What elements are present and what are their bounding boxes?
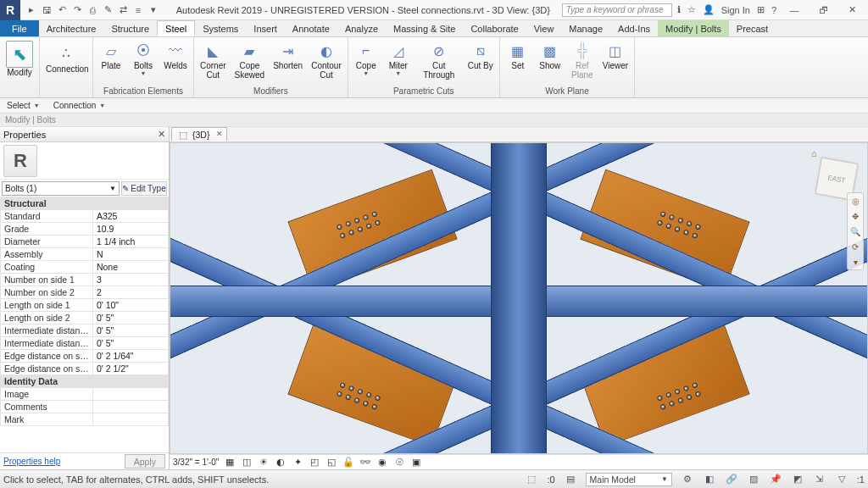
properties-grid[interactable]: Structural StandardA325Grade10.9Diameter… (0, 197, 169, 452)
modify-button[interactable]: ⬉ Modify (3, 39, 36, 79)
close-icon[interactable]: ✕ (158, 129, 165, 140)
property-value[interactable]: 0' 5" (92, 337, 168, 350)
properties-help-link[interactable]: Properties help (3, 457, 60, 466)
type-selector[interactable]: Bolts (1) ▼ (2, 181, 120, 196)
connection-dropdown[interactable]: Connection▼ (47, 101, 113, 110)
select-face-icon[interactable]: ◩ (791, 474, 804, 485)
property-row[interactable]: Number on side 13 (1, 274, 169, 286)
tab-view[interactable]: View (526, 20, 562, 36)
steering-wheel-icon[interactable]: ◎ (849, 195, 861, 207)
shadows-icon[interactable]: ◐ (275, 457, 287, 469)
tab-addins[interactable]: Add-Ins (610, 20, 658, 36)
select-underlay-icon[interactable]: ▨ (747, 474, 760, 485)
infocenter-icon[interactable]: ℹ (677, 4, 681, 15)
edit-type-button[interactable]: ✎ Edit Type (121, 181, 167, 196)
worksets-icon[interactable]: ▤ (564, 474, 577, 485)
restore-button[interactable]: 🗗 (812, 3, 834, 18)
shorten-button[interactable]: ⇥Shorten (270, 39, 305, 72)
cope-button[interactable]: ⌐Cope▼ (352, 39, 381, 78)
show-button[interactable]: ▩Show (536, 39, 565, 72)
graphics-icon[interactable]: ▦ (224, 457, 236, 469)
qat-measure-icon[interactable]: ✎ (102, 4, 114, 16)
tab-steel[interactable]: Steel (157, 20, 195, 36)
crop-icon[interactable]: ◰ (309, 457, 320, 469)
property-value[interactable]: 3 (92, 274, 168, 286)
property-value[interactable] (92, 401, 168, 413)
unlock-icon[interactable]: 🔓 (342, 457, 354, 469)
apply-button[interactable]: Apply (125, 454, 165, 469)
workset-selector[interactable]: Main Model▼ (586, 473, 672, 486)
scale-display[interactable]: 3/32" = 1'-0" (173, 458, 219, 467)
property-row[interactable]: Grade10.9 (1, 223, 169, 236)
tab-file[interactable]: File (0, 20, 39, 36)
property-row[interactable]: Diameter1 1/4 inch (1, 236, 169, 248)
property-value[interactable]: 0' 2 1/64" (92, 350, 168, 363)
qat-undo-icon[interactable]: ↶ (56, 4, 68, 16)
pan-icon[interactable]: ✥ (849, 210, 861, 222)
zoom-icon[interactable]: 🔍 (849, 225, 861, 237)
property-row[interactable]: Length on side 20' 5" (1, 312, 169, 324)
star-icon[interactable]: ☆ (687, 4, 696, 15)
property-row[interactable]: Intermediate distance o...0' 5" (1, 324, 169, 337)
select-links-icon[interactable]: 🔗 (725, 474, 738, 485)
property-value[interactable]: 2 (92, 286, 168, 299)
property-row[interactable]: Edge distance on side 10' 2 1/64" (1, 350, 169, 363)
sign-in-link[interactable]: Sign In (721, 5, 750, 15)
close-button[interactable]: ✕ (841, 3, 863, 18)
property-value[interactable]: 1 1/4 inch (92, 236, 168, 248)
bolts-button[interactable]: ⦿Bolts▼ (129, 39, 158, 78)
appstore-icon[interactable]: ⊞ (757, 4, 765, 15)
welds-button[interactable]: 〰Welds (161, 39, 190, 72)
temporary-hide-icon[interactable]: 👓 (359, 457, 371, 469)
status-select-icon[interactable]: ⬚ (525, 474, 538, 485)
qat-redo-icon[interactable]: ↷ (71, 4, 83, 16)
tab-architecture[interactable]: Architecture (39, 20, 104, 36)
property-row[interactable]: Mark (1, 413, 169, 426)
orbit-icon[interactable]: ⟳ (849, 241, 861, 252)
minimize-button[interactable]: — (783, 3, 805, 18)
chevron-down-icon[interactable]: ▾ (849, 256, 861, 268)
qat-open-icon[interactable]: ▸ (25, 4, 37, 16)
property-value[interactable] (92, 413, 168, 426)
corner-cut-button[interactable]: ◣Corner Cut (198, 39, 229, 81)
property-value[interactable]: N (92, 248, 168, 261)
property-row[interactable]: Edge distance on side 20' 2 1/2" (1, 363, 169, 375)
cut-through-button[interactable]: ⊘Cut Through (416, 39, 462, 81)
design-options-icon[interactable]: ⚙ (681, 474, 694, 485)
reveal-icon[interactable]: ◉ (376, 457, 388, 469)
tab-collaborate[interactable]: Collaborate (463, 20, 526, 36)
connection-button[interactable]: ⛬ Connection (43, 39, 89, 75)
property-row[interactable]: Number on side 22 (1, 286, 169, 299)
plate-button[interactable]: ▱Plate (97, 39, 125, 72)
property-value[interactable]: 0' 5" (92, 324, 168, 337)
tab-insert[interactable]: Insert (246, 20, 285, 36)
qat-print-icon[interactable]: ⎙ (86, 4, 98, 16)
property-row[interactable]: CoatingNone (1, 261, 169, 274)
tab-manage[interactable]: Manage (561, 20, 610, 36)
property-value[interactable]: A325 (92, 210, 168, 223)
select-dropdown[interactable]: Select▼ (0, 101, 47, 110)
highlight-icon[interactable]: ▣ (410, 457, 422, 469)
property-value[interactable] (92, 388, 168, 401)
miter-button[interactable]: ◿Miter▼ (384, 39, 413, 78)
tab-analyze[interactable]: Analyze (337, 20, 386, 36)
viewport-3d[interactable]: ⌂ EAST ◎ ✥ 🔍 ⟳ ▾ (170, 142, 868, 454)
tab-structure[interactable]: Structure (103, 20, 157, 36)
property-value[interactable]: 0' 2 1/2" (92, 363, 168, 375)
crop-visible-icon[interactable]: ◱ (326, 457, 337, 469)
cope-skewed-button[interactable]: ▰Cope Skewed (232, 39, 268, 81)
render-icon[interactable]: ✦ (292, 457, 303, 469)
property-row[interactable]: Image (1, 388, 169, 401)
home-icon[interactable]: ⌂ (811, 148, 817, 158)
property-value[interactable]: 0' 5" (92, 312, 168, 324)
drag-elements-icon[interactable]: ⇲ (813, 474, 826, 485)
help-icon[interactable]: ? (771, 5, 776, 15)
viewer-button[interactable]: ◫Viewer (600, 39, 631, 72)
sun-path-icon[interactable]: ☀ (258, 457, 270, 469)
view-tab-3d[interactable]: ⬚ {3D} ✕ (171, 127, 227, 141)
qat-settings-icon[interactable]: ≡ (132, 4, 144, 16)
property-row[interactable]: StandardA325 (1, 210, 169, 223)
qat-dd-icon[interactable]: ▾ (147, 4, 159, 16)
analytical-icon[interactable]: ⦾ (393, 457, 405, 469)
help-search-input[interactable]: Type a keyword or phrase (562, 3, 672, 17)
